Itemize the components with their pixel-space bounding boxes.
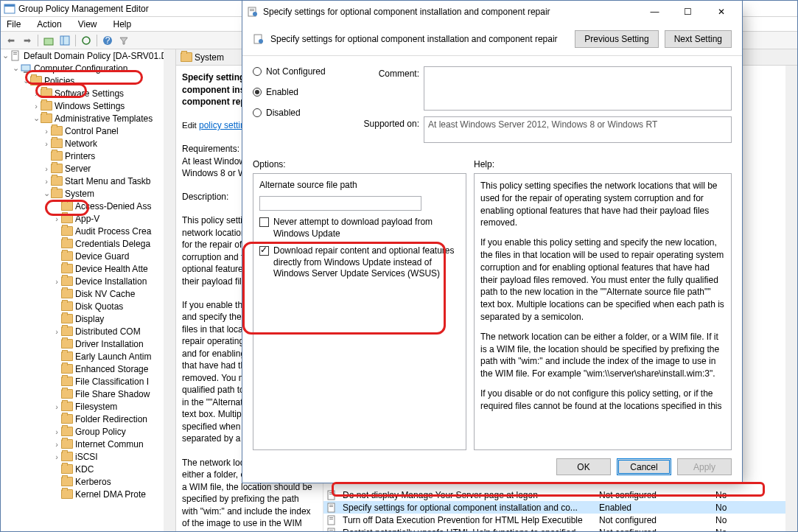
tree-label: Control Panel bbox=[65, 126, 119, 136]
tree-item-group-policy[interactable]: ›Group Policy bbox=[1, 425, 175, 438]
tree-item-kerberos[interactable]: Kerberos bbox=[1, 475, 175, 488]
refresh-button[interactable] bbox=[79, 33, 94, 48]
download-wu-checkbox[interactable]: Download repair content and optional fea… bbox=[259, 245, 460, 280]
ok-button[interactable]: OK bbox=[556, 458, 611, 475]
tree-scroll[interactable]: ⌄Default Domain Policy [DA-SRV01.DI⌄Comp… bbox=[1, 49, 175, 531]
tree-item-device-installation[interactable]: ›Device Installation bbox=[1, 275, 175, 287]
settings-scrollbar[interactable] bbox=[785, 66, 797, 531]
setting-state: Not configured bbox=[599, 528, 710, 532]
previous-setting-button[interactable]: Previous Setting bbox=[575, 30, 658, 48]
tree-item-audit-process-crea[interactable]: Audit Process Crea bbox=[1, 225, 175, 237]
checkbox-icon bbox=[259, 217, 269, 227]
tree-item-start-menu-and-taskb[interactable]: ›Start Menu and Taskb bbox=[1, 175, 175, 187]
folder-icon bbox=[61, 439, 73, 449]
tree-item-access-denied-ass[interactable]: Access-Denied Ass bbox=[1, 200, 175, 212]
tree-item-credentials-delega[interactable]: Credentials Delega bbox=[1, 237, 175, 250]
checkbox-icon bbox=[259, 246, 269, 256]
setting-row[interactable]: Restrict potentially unsafe HTML Help fu… bbox=[323, 526, 797, 531]
tree-label: Access-Denied Ass bbox=[75, 201, 151, 211]
filter-button[interactable] bbox=[116, 33, 131, 48]
alt-source-input[interactable] bbox=[259, 196, 421, 211]
tree-root[interactable]: ⌄Default Domain Policy [DA-SRV01.DI bbox=[1, 49, 175, 62]
close-button[interactable]: ✕ bbox=[704, 1, 738, 22]
tree-computer-configuration[interactable]: ⌄Computer Configuration bbox=[1, 62, 175, 74]
tree-item-file-share-shadow[interactable]: File Share Shadow bbox=[1, 388, 175, 400]
folder-icon bbox=[51, 189, 63, 198]
tree-item-windows-settings[interactable]: ›Windows Settings bbox=[1, 99, 175, 112]
folder-icon bbox=[61, 489, 73, 499]
tree-item-server[interactable]: ›Server bbox=[1, 162, 175, 175]
tree-scrollbar[interactable] bbox=[164, 49, 175, 531]
tree-toggle-icon: › bbox=[52, 402, 61, 411]
menu-help[interactable]: Help bbox=[111, 18, 135, 31]
tree-item-early-launch-antim[interactable]: Early Launch Antim bbox=[1, 350, 175, 363]
svg-rect-9 bbox=[12, 51, 18, 60]
tree-item-device-guard[interactable]: Device Guard bbox=[1, 250, 175, 262]
setting-row[interactable]: Do not display Manage Your Server page a… bbox=[323, 489, 797, 501]
svg-rect-22 bbox=[329, 519, 333, 519]
tree-item-internet-commun[interactable]: ›Internet Commun bbox=[1, 438, 175, 450]
folder-icon bbox=[61, 276, 73, 286]
tree-item-network[interactable]: ›Network bbox=[1, 137, 175, 150]
tree-item-filesystem[interactable]: ›Filesystem bbox=[1, 400, 175, 413]
folder-icon bbox=[41, 113, 52, 123]
never-download-checkbox[interactable]: Never attempt to download payload from W… bbox=[259, 217, 460, 239]
tree-item-software-settings[interactable]: ›Software Settings bbox=[1, 87, 175, 99]
folder-icon bbox=[61, 314, 73, 323]
tree-item-file-classification-i[interactable]: File Classification I bbox=[1, 375, 175, 388]
tree-toggle-icon: › bbox=[32, 102, 41, 111]
tree-item-control-panel[interactable]: ›Control Panel bbox=[1, 125, 175, 137]
svg-rect-12 bbox=[21, 65, 30, 71]
tree-item-driver-installation[interactable]: Driver Installation bbox=[1, 337, 175, 350]
tree-item-app-v[interactable]: ›App-V bbox=[1, 212, 175, 225]
tree-label: Driver Installation bbox=[75, 339, 144, 349]
options-help-row: Alternate source file path Never attempt… bbox=[242, 172, 742, 450]
tree-toggle-icon: › bbox=[52, 214, 61, 223]
comment-textarea[interactable] bbox=[424, 66, 732, 111]
setting-row[interactable]: Turn off Data Execution Prevention for H… bbox=[323, 514, 797, 526]
tree-item-disk-quotas[interactable]: Disk Quotas bbox=[1, 300, 175, 312]
svg-point-29 bbox=[253, 12, 257, 16]
tree-item-folder-redirection[interactable]: Folder Redirection bbox=[1, 413, 175, 425]
up-button[interactable] bbox=[41, 33, 56, 48]
tree-item-display[interactable]: Display bbox=[1, 312, 175, 325]
tree-label: Windows Settings bbox=[55, 101, 125, 111]
tree-item-printers[interactable]: Printers bbox=[1, 150, 175, 162]
tree-toggle-icon: › bbox=[42, 177, 51, 186]
tree-label: Default Domain Policy [DA-SRV01.DI bbox=[24, 51, 170, 61]
tree-item-enhanced-storage[interactable]: Enhanced Storage bbox=[1, 363, 175, 375]
back-button[interactable]: ⬅ bbox=[4, 33, 18, 48]
setting-row[interactable]: Specify settings for optional component … bbox=[323, 501, 797, 514]
minimize-button[interactable]: — bbox=[638, 1, 671, 22]
tree-item-distributed-com[interactable]: ›Distributed COM bbox=[1, 325, 175, 337]
show-hide-button[interactable] bbox=[57, 33, 72, 48]
tree-item-kernel-dma-prote[interactable]: Kernel DMA Prote bbox=[1, 488, 175, 500]
options-box: Alternate source file path Never attempt… bbox=[253, 173, 466, 450]
tree-item-iscsi[interactable]: ›iSCSI bbox=[1, 450, 175, 463]
svg-rect-18 bbox=[329, 505, 333, 505]
maximize-button[interactable]: ☐ bbox=[671, 1, 704, 22]
tree-item-device-health-atte[interactable]: Device Health Atte bbox=[1, 262, 175, 275]
setting-icon bbox=[326, 490, 337, 500]
forward-button[interactable]: ➡ bbox=[20, 33, 35, 48]
radio-disabled[interactable]: Disabled bbox=[253, 108, 349, 118]
setting-icon bbox=[326, 503, 337, 513]
tree-item-disk-nv-cache[interactable]: Disk NV Cache bbox=[1, 287, 175, 300]
tree-item-administrative-templates[interactable]: ⌄Administrative Templates bbox=[1, 112, 175, 125]
menu-action[interactable]: Action bbox=[34, 18, 64, 31]
tree-label: Disk Quotas bbox=[75, 301, 123, 312]
tree-item-kdc[interactable]: KDC bbox=[1, 463, 175, 475]
next-setting-button[interactable]: Next Setting bbox=[665, 30, 732, 48]
menu-file[interactable]: File bbox=[4, 18, 24, 31]
tree-item-system[interactable]: ⌄System bbox=[1, 187, 175, 200]
apply-button[interactable]: Apply bbox=[677, 458, 732, 475]
folder-icon bbox=[181, 52, 192, 62]
help-button[interactable]: ? bbox=[100, 33, 115, 48]
folder-icon bbox=[51, 176, 63, 186]
radio-enabled[interactable]: Enabled bbox=[253, 87, 349, 97]
radio-not-configured[interactable]: Not Configured bbox=[253, 66, 349, 77]
tree-policies[interactable]: ⌄Policies bbox=[1, 74, 175, 87]
cancel-button[interactable]: Cancel bbox=[617, 458, 671, 475]
menu-view[interactable]: View bbox=[75, 18, 100, 31]
folder-icon bbox=[51, 151, 63, 161]
